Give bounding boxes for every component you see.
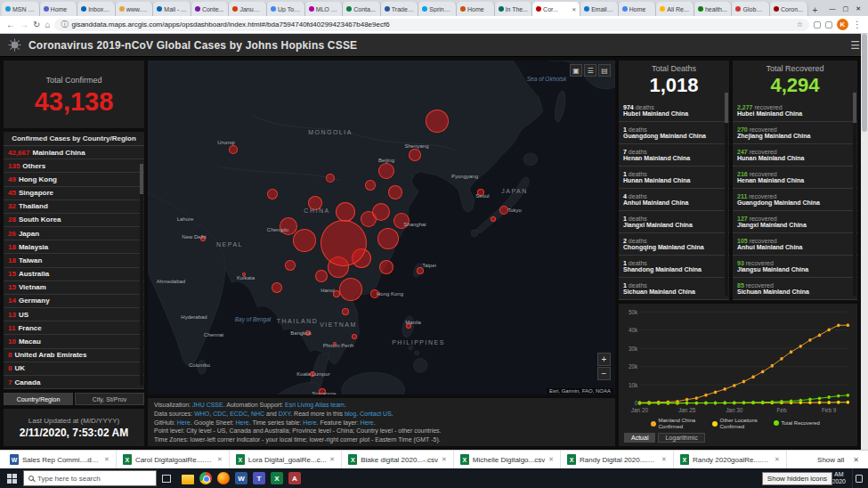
recovered-row[interactable]: 211 recoveredGuangdong Mainland China [733,189,857,211]
browser-tab[interactable]: Email t... [580,2,619,16]
download-item[interactable]: XLora Digital_goalRe...c...✕ [230,451,342,468]
death-row[interactable]: 1 deathsShandong Mainland China [619,256,729,278]
country-row[interactable]: 45Singapore [4,187,144,200]
map-legend-icon[interactable]: ☰ [584,64,596,77]
forward-icon[interactable]: → [20,20,28,29]
browser-tab[interactable]: Trader... [381,2,419,16]
taskbar-file-explorer-icon[interactable] [182,475,194,484]
note-link[interactable]: CDC [213,411,226,417]
task-view-button[interactable] [157,475,176,483]
browser-tab[interactable]: MSN | O... [2,2,40,16]
browser-tab[interactable]: Coron... [770,2,808,16]
address-bar[interactable]: ⓘ gisanddata.maps.arcgis.com/apps/opsdas… [54,19,809,31]
country-row[interactable]: 11France [4,321,144,335]
death-row[interactable]: 4 deathsAnhui Mainland China [619,189,729,211]
browser-tab[interactable]: health... [694,2,733,16]
note-link[interactable]: Here [235,419,248,426]
download-close-icon[interactable]: ✕ [217,456,223,463]
taskbar-word-icon[interactable]: W [235,472,247,484]
extension-icon[interactable] [825,21,832,28]
note-link[interactable]: ECDC [230,411,247,417]
country-row[interactable]: 15Australia [4,268,144,281]
download-close-icon[interactable]: ✕ [548,456,554,463]
recovered-row[interactable]: 127 recoveredJiangxi Mainland China [733,211,857,233]
scrollbar[interactable] [725,93,728,297]
refresh-icon[interactable]: ↻ [33,20,40,29]
country-row[interactable]: 14Germany [4,295,144,308]
browser-tab[interactable]: Mail - ... [153,2,191,16]
hamburger-menu-icon[interactable]: ☰ [850,39,860,52]
taskbar-access-icon[interactable]: A [288,472,301,484]
download-item[interactable]: WSales Rep Commi....docx✕ [4,451,117,468]
taskbar-search-input[interactable]: Type here to search [23,470,157,486]
tab-logarithmic[interactable]: Logarithmic [658,433,704,443]
note-link[interactable]: blog [345,411,356,417]
extension-icon[interactable] [814,21,821,28]
download-item[interactable]: XRandy 2020goalRe....csv✕ [674,451,787,468]
death-row[interactable]: 1 deathsJiangxi Mainland China [619,211,729,233]
country-row[interactable]: 18Malaysia [4,240,144,254]
recovered-row[interactable]: 216 recoveredHenan Mainland China [733,167,857,189]
download-item[interactable]: XCarol DigitalgoalRe....c...✕ [117,451,230,468]
new-tab-button[interactable]: + [808,4,823,16]
browser-tab[interactable]: Inbox (... [77,2,116,16]
death-row[interactable]: 1 deathsHunan Mainland China [619,167,729,189]
action-center-button[interactable] [852,468,864,488]
country-row[interactable]: 8UK [4,362,144,376]
country-row[interactable]: 10Macau [4,335,144,348]
download-close-icon[interactable]: ✕ [775,456,780,463]
download-item[interactable]: XRandy Digital 2020....csv✕ [561,451,674,468]
recovered-row[interactable]: 2,277 recoveredHubei Mainland China [733,100,857,122]
browser-tab[interactable]: Up To ... [267,2,305,16]
death-row[interactable]: 1 deathsGuangdong Mainland China [619,122,729,144]
note-link[interactable]: Here [303,419,316,426]
note-link[interactable]: JHU CSSE [192,402,223,408]
window-minimize-icon[interactable]: — [830,5,836,12]
tab-city-stprov[interactable]: City, St/Prov [75,393,144,405]
download-close-icon[interactable]: ✕ [442,456,447,463]
scrollbar[interactable] [853,93,856,297]
taskbar-chrome-icon[interactable] [199,472,212,484]
browser-tab[interactable]: Januar... [229,2,267,16]
country-row[interactable]: 18Taiwan [4,254,144,267]
browser-tab[interactable]: www.a... [116,2,154,16]
country-row[interactable]: 42,667Mainland China [4,146,144,159]
note-link[interactable]: DXY [279,411,291,417]
map-basemap-icon[interactable]: ▤ [598,64,611,77]
tab-close-icon[interactable]: ✕ [572,6,576,12]
profile-avatar[interactable]: K [837,19,848,30]
download-close-icon[interactable]: ✕ [104,456,110,463]
taskbar-firefox-icon[interactable] [217,472,230,484]
death-row[interactable]: 974 deathsHubei Mainland China [619,100,729,122]
recovered-row[interactable]: 270 recoveredZhejiang Mainland China [733,122,857,144]
map-bookmark-icon[interactable]: ▣ [570,64,582,77]
note-link[interactable]: Here [177,419,191,426]
country-row[interactable]: 13US [4,308,144,321]
browser-tab[interactable]: MLO F... [305,2,344,16]
recovered-row[interactable]: 247 recoveredHunan Mainland China [733,144,857,167]
download-close-icon[interactable]: ✕ [329,456,335,463]
country-row[interactable]: 32Thailand [4,200,144,214]
browser-tab[interactable]: Home [619,2,657,16]
browser-tab[interactable]: Home [457,2,495,16]
site-info-icon[interactable]: ⓘ [61,20,68,29]
download-close-icon[interactable]: ✕ [661,456,667,463]
window-maximize-icon[interactable]: ▢ [843,5,849,12]
zoom-out-button[interactable]: − [597,367,611,380]
note-link[interactable]: Contact US [360,411,392,417]
browser-tab[interactable]: In The... [495,2,533,16]
death-row[interactable]: 2 deathsChongqing Mainland China [619,233,729,256]
recovered-row[interactable]: 93 recoveredJiangsu Mainland China [733,256,857,278]
note-link[interactable]: Here [361,419,374,426]
country-row[interactable]: 8United Arab Emirates [4,349,144,362]
browser-tab[interactable]: Conta... [343,2,381,16]
country-row[interactable]: 135Others [4,159,144,173]
tab-actual[interactable]: Actual [624,433,655,443]
note-link[interactable]: WHO [194,411,209,417]
note-link[interactable]: NHC [251,411,264,417]
download-item[interactable]: XMichelle Digitalgo...csv✕ [454,451,561,468]
start-button[interactable] [0,468,23,488]
country-row[interactable]: 49Hong Kong [4,173,144,186]
page-scrollbar[interactable] [861,34,868,450]
back-icon[interactable]: ← [6,20,15,29]
